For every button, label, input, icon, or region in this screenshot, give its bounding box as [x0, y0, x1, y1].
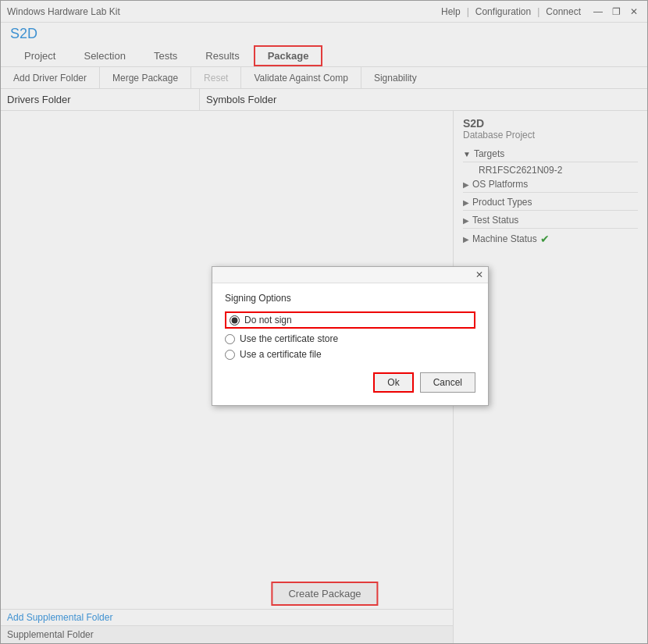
radio-cert-file-input[interactable] [225, 350, 235, 360]
dialog-titlebar: ✕ [212, 267, 488, 283]
radio-cert-store-input[interactable] [225, 334, 235, 344]
main-window: Windows Hardware Lab Kit Help | Configur… [0, 0, 648, 644]
radio-cert-file[interactable]: Use a certificate file [225, 349, 475, 360]
radio-do-not-sign[interactable]: Do not sign [225, 311, 475, 329]
dialog-buttons: Ok Cancel [225, 372, 475, 393]
radio-cert-store[interactable]: Use the certificate store [225, 333, 475, 344]
radio-do-not-sign-input[interactable] [230, 315, 240, 326]
dialog-close-button[interactable]: ✕ [475, 269, 483, 280]
signing-options-group: Do not sign Use the certificate store Us… [225, 311, 475, 360]
dialog-overlay: ✕ Signing Options Do not sign Use the ce… [1, 1, 647, 643]
dialog-content: Signing Options Do not sign Use the cert… [212, 283, 488, 405]
cancel-button[interactable]: Cancel [420, 372, 475, 393]
ok-button[interactable]: Ok [373, 372, 413, 393]
signing-options-dialog: ✕ Signing Options Do not sign Use the ce… [212, 266, 489, 406]
dialog-section-title: Signing Options [225, 293, 475, 304]
